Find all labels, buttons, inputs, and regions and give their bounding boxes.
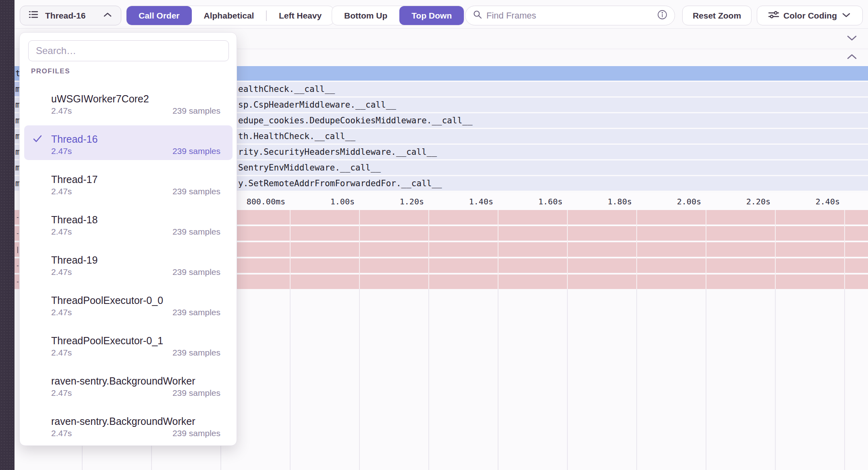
time-gridline — [775, 289, 776, 470]
profile-name: ThreadPoolExecutor-0_0 — [51, 295, 163, 306]
chevron-down-icon — [841, 11, 851, 21]
thread-selector-label: Thread-16 — [45, 11, 98, 21]
profiles-section-label: PROFILES — [31, 67, 70, 75]
frame-label: sp.CspHeaderMiddleware.__call__ — [238, 98, 396, 112]
profile-samples: 239 samples — [172, 106, 220, 116]
profile-duration: 2.47s — [51, 146, 72, 156]
profile-duration: 2.47s — [51, 348, 72, 358]
profile-option[interactable]: Thread-16 2.47s 239 samples — [20, 123, 237, 163]
time-gridline — [498, 289, 498, 470]
chevron-up-icon — [102, 11, 113, 21]
list-icon — [28, 9, 39, 22]
time-gridline — [844, 289, 845, 470]
reset-zoom-button[interactable]: Reset Zoom — [682, 6, 752, 25]
profile-samples: 239 samples — [172, 348, 220, 358]
app-sidebar — [0, 0, 15, 470]
time-axis-tick: 2.40s — [751, 193, 840, 210]
time-gridline — [290, 210, 291, 289]
profile-option[interactable]: Thread-19 2.47s 239 samples — [20, 243, 237, 284]
sort-option-call-order[interactable]: Call Order — [127, 6, 192, 25]
info-icon[interactable] — [657, 10, 667, 22]
direction-option-top-down[interactable]: Top Down — [399, 6, 464, 25]
profile-samples: 239 samples — [172, 267, 220, 277]
time-gridline — [428, 210, 429, 289]
collapse-section-chevron-up-icon[interactable] — [845, 52, 859, 62]
frame-label: th.HealthCheck.__call__ — [238, 129, 355, 143]
thread-dropdown-panel: PROFILES uWSGIWorker7Core2 2.47s 239 sam… — [19, 32, 237, 446]
profile-name: Thread-18 — [51, 214, 98, 226]
profile-name: raven-sentry.BackgroundWorker — [51, 416, 195, 427]
search-icon — [473, 10, 482, 21]
reset-zoom-label: Reset Zoom — [693, 11, 741, 21]
time-gridline — [567, 210, 568, 289]
profile-name: Thread-16 — [51, 133, 98, 145]
profile-name: ThreadPoolExecutor-0_1 — [51, 335, 163, 347]
profile-option[interactable]: raven-sentry.BackgroundWorker 2.47s 239 … — [20, 405, 237, 445]
profiler-flamegraph-page: Thread-16 Call OrderAlphabeticalLeft Hea… — [0, 0, 868, 470]
profile-option[interactable]: uWSGIWorker7Core2 2.47s 239 samples — [20, 82, 237, 123]
profile-option[interactable]: ThreadPoolExecutor-0_0 2.47s 239 samples — [20, 284, 237, 324]
check-icon — [32, 133, 43, 146]
time-gridline — [706, 210, 706, 289]
time-gridline — [359, 289, 360, 470]
direction-mode-segmented-control: Bottom UpTop Down — [332, 6, 464, 25]
profile-samples: 239 samples — [172, 388, 220, 398]
profile-samples: 239 samples — [172, 146, 220, 156]
profile-name: Thread-19 — [51, 254, 98, 266]
direction-option-bottom-up[interactable]: Bottom Up — [332, 6, 399, 25]
time-gridline — [775, 210, 776, 289]
time-gridline — [706, 289, 706, 470]
profile-duration: 2.47s — [51, 388, 72, 398]
profile-duration: 2.47s — [51, 308, 72, 317]
profile-option[interactable]: Thread-17 2.47s 239 samples — [20, 163, 237, 203]
profile-duration: 2.47s — [51, 428, 72, 438]
find-frames-placeholder: Find Frames — [486, 10, 653, 21]
profile-samples: 239 samples — [172, 227, 220, 237]
sort-option-alphabetical[interactable]: Alphabetical — [192, 6, 266, 25]
profile-option[interactable]: ThreadPoolExecutor-0_1 2.47s 239 samples — [20, 324, 237, 364]
profile-samples: 239 samples — [172, 308, 220, 317]
time-gridline — [428, 289, 429, 470]
sort-mode-segmented-control: Call OrderAlphabeticalLeft Heavy — [126, 6, 334, 25]
profile-samples: 239 samples — [172, 187, 220, 196]
profile-duration: 2.47s — [51, 267, 72, 277]
profiles-list: uWSGIWorker7Core2 2.47s 239 samples Thre… — [20, 82, 237, 445]
find-frames-input[interactable]: Find Frames — [465, 6, 675, 25]
profile-name: raven-sentry.BackgroundWorker — [51, 375, 195, 387]
sort-option-left-heavy[interactable]: Left Heavy — [267, 6, 334, 25]
time-gridline — [498, 210, 498, 289]
profile-duration: 2.47s — [51, 187, 72, 196]
time-gridline — [290, 289, 291, 470]
time-gridline — [636, 210, 637, 289]
frame-label: ealthCheck.__call__ — [238, 82, 335, 96]
dropdown-search-input[interactable] — [28, 40, 229, 61]
frame-label: SentryEnvMiddleware.__call__ — [238, 160, 381, 175]
profile-name: uWSGIWorker7Core2 — [51, 93, 149, 105]
profile-name: Thread-17 — [51, 174, 98, 185]
time-gridline — [844, 210, 845, 289]
profile-duration: 2.47s — [51, 106, 72, 116]
thread-selector-button[interactable]: Thread-16 — [20, 6, 121, 25]
color-coding-button[interactable]: Color Coding — [757, 6, 863, 25]
frame-label: y.SetRemoteAddrFromForwardedFor.__call__ — [238, 176, 442, 191]
frame-label: rity.SecurityHeadersMiddleware.__call__ — [238, 145, 437, 159]
frame-label: edupe_cookies.DedupeCookiesMiddleware.__… — [238, 113, 473, 128]
time-gridline — [567, 289, 568, 470]
time-gridline — [359, 210, 360, 289]
time-gridline — [636, 289, 637, 470]
profile-option[interactable]: Thread-18 2.47s 239 samples — [20, 203, 237, 243]
profile-option[interactable]: raven-sentry.BackgroundWorker 2.47s 239 … — [20, 364, 237, 405]
expand-section-chevron-down-icon[interactable] — [845, 33, 859, 44]
profile-samples: 239 samples — [172, 428, 220, 438]
color-coding-label: Color Coding — [783, 11, 837, 21]
sliders-icon — [768, 10, 779, 21]
profile-duration: 2.47s — [51, 227, 72, 237]
